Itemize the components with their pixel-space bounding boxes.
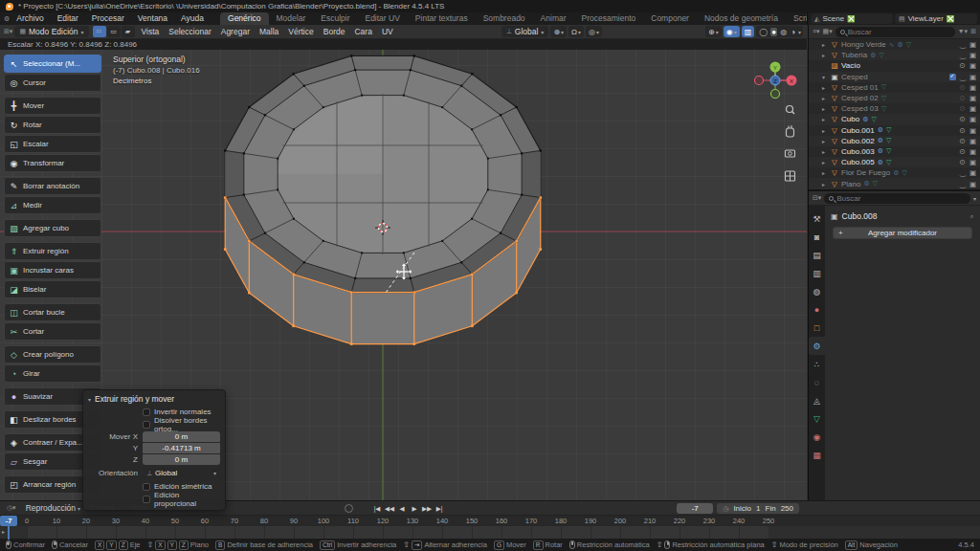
render-visibility-icon[interactable]: ▣ <box>969 83 976 92</box>
visibility-icon[interactable]: ‿ <box>960 180 966 188</box>
expand-icon[interactable]: ▸ <box>822 105 830 112</box>
properties-search-input[interactable]: Buscar <box>824 193 970 204</box>
editor-type-icon[interactable]: ⊟▾ <box>813 194 821 202</box>
workspace-tab-editar-uv[interactable]: Editar UV <box>357 12 407 25</box>
move-z-field[interactable]: 0 m <box>143 454 220 465</box>
visibility-icon[interactable]: ⊙ <box>960 61 966 70</box>
menu-ventana[interactable]: Ventana <box>131 12 174 25</box>
operator-panel[interactable]: ▾ Extruir región y mover Invertir normal… <box>82 389 226 511</box>
properties-tab-object[interactable]: □ <box>809 319 825 337</box>
invert-normals-checkbox[interactable] <box>143 408 150 416</box>
visibility-icon[interactable]: ‿ <box>960 73 966 81</box>
workspace-tab-pintar-texturas[interactable]: Pintar texturas <box>408 12 476 25</box>
tool-transformar[interactable]: ◉Transformar <box>4 154 101 172</box>
outliner-item-cesped-01[interactable]: ▸▽Cesped 01▽⊙▣ <box>809 82 980 93</box>
workspace-tab-nodos-de-geometría[interactable]: Nodos de geometría <box>697 12 786 25</box>
visibility-icon[interactable]: ⊙ <box>960 137 966 145</box>
vertex-select-button[interactable]: ∷ <box>93 26 106 37</box>
navigation-gizmo[interactable]: Y X Z <box>752 53 798 99</box>
outliner-item-cesped-02[interactable]: ▸▽Cesped 02▽⊙▣ <box>809 93 980 103</box>
move-y-field[interactable]: -0.41713 m <box>143 443 220 453</box>
visibility-icon[interactable]: ⊙ <box>960 94 966 102</box>
expand-icon[interactable]: ▸ <box>822 52 830 58</box>
add-modifier-button[interactable]: + Agregar modificador <box>833 227 972 239</box>
editor-type-icon[interactable]: ◷▾ <box>4 504 19 512</box>
new-collection-icon[interactable]: ⊞ <box>970 28 976 35</box>
render-visibility-icon[interactable]: ▣ <box>969 168 976 177</box>
display-mode-icon[interactable]: ≡▾ <box>813 28 820 35</box>
render-visibility-icon[interactable]: ▣ <box>969 94 976 102</box>
editor-type-icon[interactable]: ⊞▾ <box>4 28 12 35</box>
tool-crear-polígono[interactable]: ◇Crear polígono <box>4 345 101 364</box>
properties-tab-view-layer[interactable]: ▥ <box>809 264 825 282</box>
xray-toggle-button[interactable]: ▥ <box>742 26 755 37</box>
properties-tab-material[interactable]: ◉ <box>809 428 825 446</box>
workspace-tab-esculpir[interactable]: Esculpir <box>313 12 357 25</box>
jump-to-start-button[interactable]: |◀ <box>371 503 383 515</box>
expand-channels-icon[interactable]: ▸ <box>2 528 5 535</box>
tool-medir[interactable]: ⊿Medir <box>4 196 101 214</box>
workspace-tab-procesamiento[interactable]: Procesamiento <box>574 12 644 25</box>
visibility-icon[interactable]: ‿ <box>960 40 966 49</box>
tool-extruir-región[interactable]: ⇑Extruir región <box>4 242 101 260</box>
render-visibility-icon[interactable]: ▣ <box>969 147 976 156</box>
auto-key-record-button[interactable] <box>345 504 353 513</box>
expand-icon[interactable]: ▸ <box>822 41 830 48</box>
symmetric-checkbox[interactable] <box>143 483 150 491</box>
filter-icon[interactable]: ▼▾ <box>958 28 968 35</box>
menu-ayuda[interactable]: Ayuda <box>174 12 211 25</box>
edge-select-button[interactable]: ▭ <box>107 26 121 37</box>
frame-range-fields[interactable]: ◷ Inicio 1 Fin 250 <box>717 503 799 514</box>
render-visibility-icon[interactable]: ▣ <box>969 158 976 166</box>
collection-checkbox[interactable] <box>949 74 956 80</box>
workspace-tab-animar[interactable]: Animar <box>533 12 574 25</box>
expand-icon[interactable]: ▸ <box>822 159 830 165</box>
properties-tab-tool[interactable]: ⚒ <box>809 209 825 228</box>
menu-archivo[interactable]: Archivo <box>10 12 50 25</box>
outliner-item-plano[interactable]: ▸▽Plano⚙▽‿▣ <box>809 178 980 188</box>
expand-icon[interactable]: ▸ <box>822 148 830 155</box>
next-keyframe-button[interactable]: ▶▶ <box>421 503 433 515</box>
filter-type-icon[interactable]: ▦▾ <box>823 28 833 35</box>
expand-icon[interactable]: ▸ <box>822 95 830 101</box>
visibility-icon[interactable]: ‿ <box>960 51 966 59</box>
snap-magnet-button[interactable]: Ω▾ <box>568 26 584 37</box>
tool-cortar-bucle[interactable]: ◫Cortar bucle <box>4 303 101 321</box>
outliner-item-cubo-001[interactable]: ▸▽Cubo.001⚙▽⊙▣ <box>809 125 980 136</box>
render-visibility-icon[interactable]: ▣ <box>969 40 976 49</box>
properties-tab-texture[interactable]: ▦ <box>809 446 825 464</box>
view-layer-selector[interactable]: ▤ ViewLayer ❎ <box>895 13 977 24</box>
tool-seleccionar-m[interactable]: ↖Seleccionar (M... <box>4 55 101 73</box>
visibility-icon[interactable]: ⊙ <box>960 104 966 113</box>
tool-borrar-anotación[interactable]: ✎Borrar anotación <box>4 177 101 195</box>
app-menu-icon[interactable]: ⚙ <box>0 15 10 23</box>
properties-tab-modifiers[interactable]: ⚙ <box>809 337 825 355</box>
outliner-item-tubería[interactable]: ▸▽Tubería⚙▽‿▣ <box>809 50 980 60</box>
viewport-menu-agregar[interactable]: Agregar <box>216 27 255 36</box>
outliner-item-cubo[interactable]: ▸▽Cubo⚙▽⊙▣ <box>809 114 980 124</box>
viewport-menu-vértice[interactable]: Vértice <box>283 27 318 36</box>
properties-tab-world[interactable]: ● <box>809 300 825 319</box>
tool-agregar-cubo[interactable]: ▧Agregar cubo <box>4 219 101 237</box>
collapse-icon[interactable]: ▾ <box>88 396 91 403</box>
playhead-line[interactable] <box>8 526 10 540</box>
outliner-item-hongo-verde[interactable]: ▸▽Hongo Verde∿⚙▽‿▣ <box>809 39 980 50</box>
tool-cortar[interactable]: ✂Cortar <box>4 322 101 341</box>
end-frame-field[interactable]: 250 <box>781 504 793 513</box>
menu-editar[interactable]: Editar <box>51 12 85 25</box>
outliner-item-cubo-002[interactable]: ▸▽Cubo.002⚙▽⊙▣ <box>809 136 980 146</box>
pivot-point-button[interactable]: ⊕▾ <box>550 26 567 37</box>
jump-to-end-button[interactable]: ▶| <box>434 503 445 515</box>
viewport-menu-vista[interactable]: Vista <box>137 27 165 36</box>
timeline-ruler[interactable]: 0102030405060708090100110120130140150160… <box>0 516 980 526</box>
properties-tab-render[interactable]: ◙ <box>809 228 825 246</box>
tool-incrustar-caras[interactable]: ▣Incrustar caras <box>4 261 101 279</box>
timeline-track[interactable] <box>0 526 980 540</box>
scene-selector[interactable]: ◭ Scene ❎ <box>811 13 893 24</box>
properties-tab-constraints[interactable]: ◬ <box>809 391 825 409</box>
face-select-button[interactable]: ▰ <box>122 26 135 37</box>
operator-panel-header[interactable]: ▾ Extruir región y mover <box>88 393 220 405</box>
play-reverse-button[interactable]: ◀ <box>396 503 408 515</box>
viewport-menu-malla[interactable]: Malla <box>255 27 283 36</box>
outliner-item-cesped-03[interactable]: ▸▽Cesped 03▽⊙▣ <box>809 103 980 114</box>
